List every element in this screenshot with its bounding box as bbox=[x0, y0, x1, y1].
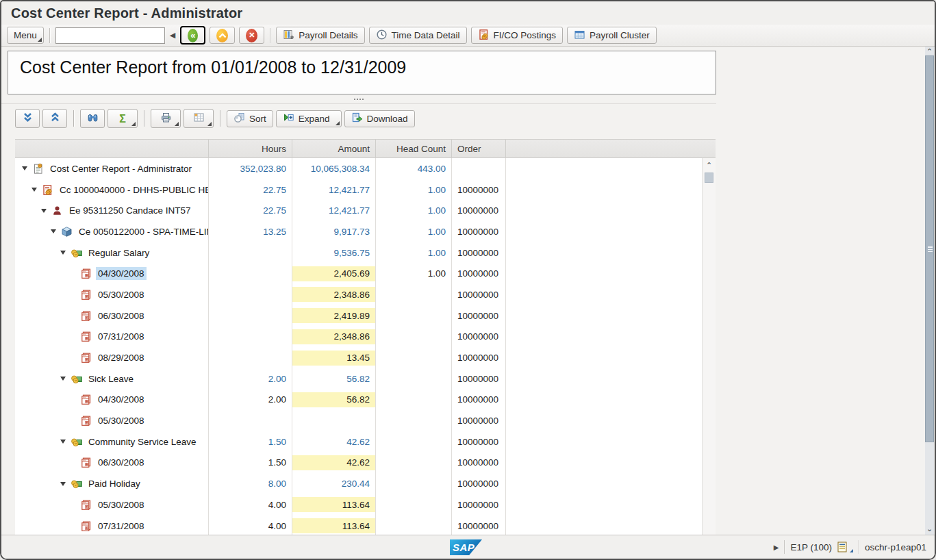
amount-cell bbox=[292, 410, 376, 431]
tree-node-label[interactable]: Sick Leave bbox=[86, 372, 136, 385]
column-header-head-count[interactable]: Head Count bbox=[376, 140, 452, 157]
tree-cell: 1206/30/2008 bbox=[15, 305, 209, 327]
tree-node-label[interactable]: Community Service Leave bbox=[86, 435, 199, 448]
tree-toolbar: Σ Sort Expand Download bbox=[15, 108, 415, 129]
tree-node-label[interactable]: Ce 0050122000 - SPA-TIME-LIM bbox=[77, 225, 209, 238]
scroll-up-icon[interactable]: ⌃ bbox=[706, 162, 712, 168]
print-button[interactable] bbox=[151, 109, 181, 128]
order-cell: 10000000 bbox=[452, 453, 506, 474]
tree-node-label[interactable]: 06/30/2008 bbox=[96, 309, 147, 322]
tree-node-label[interactable]: 04/30/2008 bbox=[96, 267, 147, 280]
expand-button[interactable]: Expand bbox=[276, 110, 342, 127]
table-row: Paid Holiday8.00230.4410000000 bbox=[15, 473, 716, 494]
command-input[interactable] bbox=[56, 28, 185, 43]
payroll-details-button[interactable]: Payroll Details bbox=[276, 27, 364, 44]
tree-node-label[interactable]: Regular Salary bbox=[86, 246, 151, 259]
sort-button[interactable]: Sort bbox=[227, 110, 273, 127]
navigation-buttons: «✕ bbox=[180, 26, 264, 44]
download-button[interactable]: Download bbox=[344, 110, 415, 127]
order-cell: 10000000 bbox=[452, 284, 506, 305]
back-icon: « bbox=[188, 29, 198, 42]
host-name: oschr-p1eap01 bbox=[865, 542, 926, 552]
column-header-order[interactable]: Order bbox=[452, 140, 506, 157]
tree-node-label[interactable]: 06/30/2008 bbox=[96, 456, 147, 469]
head-count-cell bbox=[376, 453, 452, 474]
tree-node-label[interactable]: 05/30/2008 bbox=[96, 498, 147, 511]
tree-node-label[interactable]: Ee 95311250 Candace INT57 bbox=[67, 204, 193, 217]
payroll-cluster-button[interactable]: Payroll Cluster bbox=[567, 27, 657, 44]
column-header-hours[interactable]: Hours bbox=[209, 140, 292, 157]
download-button-label: Download bbox=[367, 114, 408, 124]
collapse-all-button[interactable] bbox=[42, 109, 67, 128]
order-cell bbox=[452, 158, 506, 179]
download-icon bbox=[351, 112, 363, 125]
column-header-amount[interactable]: Amount bbox=[292, 140, 376, 157]
order-cell: 10000000 bbox=[452, 242, 506, 264]
tree-node-label[interactable]: 07/31/2008 bbox=[96, 330, 147, 343]
expand-all-button[interactable] bbox=[15, 109, 40, 128]
collapse-node-icon[interactable] bbox=[58, 251, 67, 255]
find-button[interactable] bbox=[80, 109, 105, 128]
fi-co-postings-button[interactable]: FI/CO Postings bbox=[471, 27, 564, 44]
status-expand-icon[interactable]: ▶ bbox=[774, 544, 779, 551]
head-count-cell bbox=[376, 390, 452, 411]
time-data-detail-button[interactable]: Time Data Detail bbox=[369, 27, 467, 44]
tree-cell: Regular Salary bbox=[15, 242, 209, 264]
amount-cell: 10,065,308.34 bbox=[292, 158, 376, 179]
tree-node-label[interactable]: Cost Center Report - Administrator bbox=[48, 162, 194, 175]
layout-button[interactable] bbox=[184, 109, 214, 128]
cancel-button[interactable]: ✕ bbox=[239, 27, 264, 44]
hours-cell: 352,023.80 bbox=[209, 158, 292, 179]
window-scrollbar-thumb[interactable] bbox=[925, 55, 934, 442]
exit-button[interactable] bbox=[210, 27, 235, 44]
employee-icon bbox=[51, 205, 63, 216]
wage-type-icon bbox=[71, 478, 82, 489]
head-count-cell: 1.00 bbox=[376, 242, 452, 264]
tree-node-label[interactable]: 08/29/2008 bbox=[96, 351, 147, 364]
wage-type-icon bbox=[71, 373, 82, 385]
content-area: Cost Center Report from 01/01/2008 to 12… bbox=[1, 47, 935, 535]
table-scrollbar-thumb[interactable] bbox=[705, 173, 713, 183]
hours-cell bbox=[209, 347, 292, 368]
tree-node-label[interactable]: Cc 1000040000 - DHHS-PUBLIC HEA bbox=[58, 183, 209, 196]
collapse-node-icon[interactable] bbox=[58, 377, 67, 381]
column-header-tree[interactable] bbox=[15, 140, 209, 157]
command-combobox[interactable] bbox=[55, 27, 165, 44]
collapse-node-icon[interactable] bbox=[49, 229, 58, 233]
expand-button-label: Expand bbox=[299, 114, 330, 124]
tree-node-label[interactable]: Paid Holiday bbox=[86, 477, 142, 490]
amount-cell: 9,917.73 bbox=[292, 221, 376, 242]
head-count-cell bbox=[376, 494, 452, 516]
collapse-node-icon[interactable] bbox=[29, 188, 38, 192]
splitter-handle[interactable] bbox=[1, 96, 716, 102]
svg-text:12: 12 bbox=[85, 316, 88, 320]
hours-cell: 2.00 bbox=[209, 390, 292, 411]
back-button[interactable]: « bbox=[180, 26, 205, 44]
calendar-icon: 12 bbox=[80, 352, 92, 364]
tree-cell: 1204/30/2008 bbox=[15, 390, 209, 411]
tree-node-label[interactable]: 04/30/2008 bbox=[96, 393, 147, 406]
collapse-node-icon[interactable] bbox=[39, 209, 48, 213]
amount-cell: 113.64 bbox=[292, 494, 376, 516]
column-header-filler[interactable] bbox=[506, 140, 716, 157]
tree-node-label[interactable]: 05/30/2008 bbox=[96, 414, 147, 427]
menu-button[interactable]: Menu bbox=[7, 27, 44, 44]
session-list-icon[interactable] bbox=[837, 542, 853, 552]
head-count-cell: 1.00 bbox=[376, 221, 452, 242]
tree-cell: 1207/31/2008 bbox=[15, 327, 209, 348]
scroll-down-icon[interactable]: ⌄ bbox=[925, 524, 934, 533]
tree-node-label[interactable]: 05/30/2008 bbox=[96, 288, 147, 301]
hours-cell: 22.75 bbox=[209, 179, 292, 201]
window-scrollbar[interactable]: ⌃ ⌄ bbox=[925, 47, 934, 535]
sap-window: Cost Center Report - Administrator Menu … bbox=[0, 0, 936, 560]
table-scrollbar[interactable]: ⌃ bbox=[702, 158, 716, 535]
tree-node-label[interactable]: 07/31/2008 bbox=[96, 520, 147, 533]
hours-cell bbox=[209, 263, 292, 284]
collapse-node-icon[interactable] bbox=[20, 166, 29, 170]
collapse-node-icon[interactable] bbox=[58, 440, 67, 444]
sum-button[interactable]: Σ bbox=[107, 109, 138, 128]
collapse-node-icon[interactable] bbox=[58, 482, 67, 486]
head-count-cell bbox=[376, 516, 452, 535]
wage-type-icon bbox=[71, 247, 82, 259]
head-count-cell: 1.00 bbox=[376, 263, 452, 284]
